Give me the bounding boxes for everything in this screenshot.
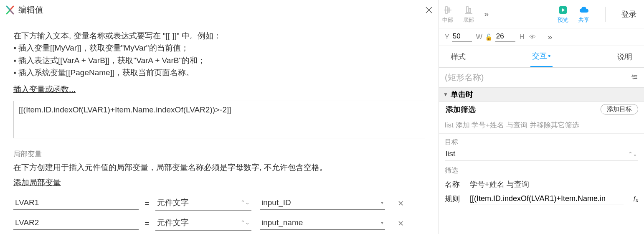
target-section: 目标 list ⌃⌄ bbox=[439, 134, 644, 162]
filter-rule-key: 规则 bbox=[445, 194, 463, 204]
svg-point-11 bbox=[633, 78, 634, 79]
align-bottom-icon bbox=[463, 5, 474, 15]
local-name-input[interactable] bbox=[13, 217, 139, 230]
prop-h: H 👁 bbox=[520, 33, 536, 41]
equals-sign: = bbox=[139, 219, 155, 228]
tab-notes[interactable]: 说明 bbox=[616, 46, 634, 67]
tab-interactions[interactable]: 交互 bbox=[530, 46, 552, 67]
svg-rect-8 bbox=[634, 75, 637, 76]
toolbar-item-label: 共享 bbox=[578, 16, 589, 24]
close-icon[interactable] bbox=[425, 6, 433, 14]
top-toolbar: 中部 底部 » 预览 共享 bbox=[439, 0, 644, 28]
visibility-icon[interactable]: 👁 bbox=[529, 33, 536, 41]
toolbar-action-group: 预览 共享 登录 bbox=[558, 5, 636, 24]
props-more-icon[interactable]: » bbox=[548, 32, 552, 42]
equals-sign: = bbox=[139, 199, 155, 208]
svg-rect-4 bbox=[469, 8, 471, 13]
svg-rect-10 bbox=[631, 76, 635, 77]
toolbar-more-icon[interactable]: » bbox=[484, 9, 489, 19]
widget-name-row: (矩形名称) bbox=[439, 68, 644, 88]
local-source-select[interactable]: 元件文字 ⌃⌄ bbox=[155, 196, 251, 211]
chevron-updown-icon: ⌃⌄ bbox=[628, 151, 637, 157]
dialog-header: 编辑值 bbox=[0, 0, 439, 20]
hint-bullet-2: 插入表达式[[VarA + VarB]]，获取"VarA + VarB"的和； bbox=[13, 54, 425, 66]
local-variables-table: = 元件文字 ⌃⌄ input_ID ▾ ✕ = 元件文字 ⌃⌄ bbox=[13, 196, 425, 231]
hint-block: 在下方输入文本, 变量名称或表达式要写在 "[[ ]]" 中。例如： 插入变量[… bbox=[13, 30, 425, 79]
share-button[interactable]: 共享 bbox=[578, 5, 589, 24]
expression-textarea[interactable]: [[(Item.ID.indexOf(LVAR1)+Item.Name.inde… bbox=[13, 101, 425, 138]
action-label: 添加筛选 bbox=[446, 104, 476, 114]
filter-name-key: 名称 bbox=[445, 179, 463, 189]
local-source-value: 元件文字 bbox=[157, 197, 189, 208]
chevron-down-icon: ▾ bbox=[381, 220, 383, 226]
dialog-title: 编辑值 bbox=[18, 4, 43, 15]
target-label: 目标 bbox=[445, 138, 638, 147]
add-target-button[interactable]: 添加目标 bbox=[601, 104, 638, 114]
fx-icon[interactable]: ƒx bbox=[633, 195, 638, 203]
prop-input-y[interactable] bbox=[452, 32, 472, 42]
align-bottom-button[interactable]: 底部 bbox=[463, 5, 474, 24]
prop-y: Y bbox=[445, 32, 472, 42]
tab-style[interactable]: 样式 bbox=[449, 46, 467, 67]
target-value: list bbox=[446, 149, 455, 158]
action-row: 添加筛选 添加目标 bbox=[439, 102, 644, 117]
hint-bullet-1: 插入变量[[MyVar]]，获取变量"MyVar"的当前值； bbox=[13, 42, 425, 54]
chevron-down-icon: ▾ bbox=[381, 200, 383, 206]
preview-button[interactable]: 预览 bbox=[558, 5, 568, 24]
local-target-select[interactable]: input_ID ▾ bbox=[260, 197, 385, 210]
delete-row-icon[interactable]: ✕ bbox=[398, 199, 404, 208]
toolbar-align-group: 中部 底部 » bbox=[442, 5, 489, 24]
settings-icon[interactable] bbox=[631, 73, 638, 82]
properties-bar: Y W 🔓 H 👁 » bbox=[439, 28, 644, 46]
hint-bullet-3: 插入系统变量[[PageName]]，获取当前页面名称。 bbox=[13, 66, 425, 79]
inspector-tabs: 样式 交互 说明 bbox=[439, 46, 644, 68]
event-name: 单击时 bbox=[451, 89, 473, 99]
prop-label-w: W bbox=[476, 33, 482, 41]
toolbar-divider bbox=[605, 7, 606, 22]
right-panel: 中部 底部 » 预览 共享 bbox=[439, 0, 644, 234]
triangle-down-icon: ▼ bbox=[443, 92, 448, 97]
local-source-select[interactable]: 元件文字 ⌃⌄ bbox=[155, 216, 251, 231]
svg-point-9 bbox=[636, 76, 637, 77]
local-name-input[interactable] bbox=[13, 197, 139, 210]
toolbar-item-label: 预览 bbox=[558, 16, 568, 24]
svg-point-7 bbox=[632, 74, 634, 76]
add-local-variable-link[interactable]: 添加局部变量 bbox=[13, 177, 61, 188]
dialog-body: 在下方输入文本, 变量名称或表达式要写在 "[[ ]]" 中。例如： 插入变量[… bbox=[0, 20, 439, 234]
filter-name-row: 名称 学号+姓名 与查询 bbox=[445, 179, 638, 189]
filter-name-value: 学号+姓名 与查询 bbox=[470, 179, 529, 189]
filter-label: 筛选 bbox=[445, 166, 638, 175]
chevron-updown-icon: ⌃⌄ bbox=[241, 199, 250, 206]
filter-rule-value[interactable]: [[(Item.ID.indexOf(LVAR1)+Item.Name.in bbox=[470, 193, 624, 204]
unlock-icon[interactable]: 🔓 bbox=[485, 33, 493, 41]
edit-value-dialog: 编辑值 在下方输入文本, 变量名称或表达式要写在 "[[ ]]" 中。例如： 插… bbox=[0, 0, 439, 234]
toolbar-item-label: 底部 bbox=[463, 16, 474, 24]
prop-label-h: H bbox=[520, 33, 525, 41]
cloud-icon bbox=[578, 5, 589, 15]
hint-intro: 在下方输入文本, 变量名称或表达式要写在 "[[ ]]" 中。例如： bbox=[13, 30, 425, 42]
target-select[interactable]: list ⌃⌄ bbox=[445, 148, 638, 160]
prop-w: W 🔓 bbox=[476, 32, 515, 42]
locals-section-hint: 在下方创建用于插入元件值的局部变量，局部变量名称必须是字母数字, 不允许包含空格… bbox=[13, 162, 425, 173]
local-target-value: input_ID bbox=[261, 198, 291, 207]
local-target-value: input_name bbox=[261, 218, 303, 227]
play-icon bbox=[558, 5, 568, 15]
widget-name-placeholder[interactable]: (矩形名称) bbox=[445, 72, 484, 83]
insert-variable-link[interactable]: 插入变量或函数... bbox=[13, 84, 76, 95]
login-button[interactable]: 登录 bbox=[621, 9, 636, 19]
dialog-header-left: 编辑值 bbox=[5, 4, 43, 15]
delete-row-icon[interactable]: ✕ bbox=[398, 219, 404, 228]
local-target-select[interactable]: input_name ▾ bbox=[260, 217, 385, 230]
svg-rect-3 bbox=[467, 7, 468, 13]
align-middle-button[interactable]: 中部 bbox=[442, 5, 453, 24]
event-header[interactable]: ▼ 单击时 bbox=[439, 88, 644, 102]
svg-rect-12 bbox=[634, 78, 637, 79]
local-source-value: 元件文字 bbox=[157, 217, 189, 228]
prop-input-w[interactable] bbox=[495, 32, 515, 42]
toolbar-item-label: 中部 bbox=[442, 16, 453, 24]
prop-label-y: Y bbox=[445, 33, 449, 41]
axure-logo-icon bbox=[5, 5, 15, 15]
filter-summary: list 添加 学号+姓名 与查询 并移除其它筛选 bbox=[439, 117, 644, 134]
local-variable-row: = 元件文字 ⌃⌄ input_ID ▾ ✕ bbox=[13, 196, 425, 211]
chevron-updown-icon: ⌃⌄ bbox=[241, 219, 250, 226]
